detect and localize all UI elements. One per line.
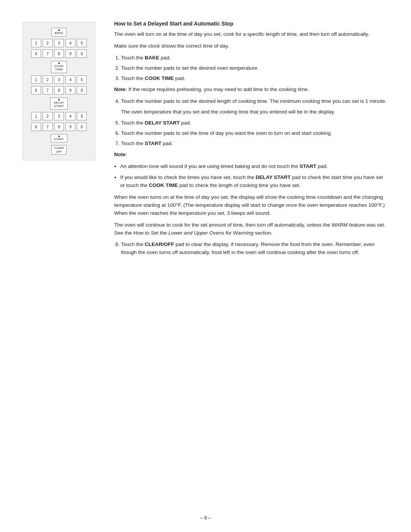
keypad-diagram-container: Bake 1 2 3 4 5 6 7 8 9 0 CookTime [23,18,99,260]
key-9b: 9 [65,86,75,94]
key-8c: 8 [54,123,64,131]
key-3a: 3 [54,39,64,47]
key-5c: 5 [77,112,87,120]
keypad-row-1: 1 2 3 4 5 [31,39,87,47]
step-4: Touch the number pads to set the desired… [121,97,388,105]
para-continue: The oven will continue to cook for the s… [114,221,388,237]
key-7c: 7 [43,123,53,131]
key-1b: 1 [31,75,41,84]
keypad-row-3: 1 2 3 4 5 [31,75,87,84]
intro-para-1: The oven will turn on at the time of day… [114,30,388,38]
page-number: – 9 – [200,515,211,521]
delay-start-key: DelayStart [50,97,67,110]
intro-para-2: Make sure the clock shows the correct ti… [114,42,388,50]
keypad-row-6: 6 7 8 9 0 [31,123,87,131]
key-1c: 1 [31,112,41,120]
step-3: Touch the COOK TIME pad. [121,75,388,83]
bullet2-bold2: COOK TIME [149,182,178,188]
key-8b: 8 [54,86,64,94]
instructions-content: How to Set a Delayed Start and Automatic… [114,18,388,260]
bullet1-bold: START [299,163,316,169]
steps-list: Touch the BAKE pad. Touch the number pad… [121,54,388,83]
note2-label: Note [114,152,126,157]
step7-bold: START [145,141,161,146]
key-6b: 6 [31,86,41,94]
key-9a: 9 [65,50,75,58]
key-7a: 7 [43,50,53,58]
key-9c: 9 [65,123,75,131]
step5-bold: DELAY START [145,120,180,126]
key-0c: 0 [77,123,87,131]
clear-off-key: ClearOff [51,145,67,155]
key-6a: 6 [31,50,41,58]
note1-label: Note [114,86,126,92]
step-8: Touch the CLEAR/OFF pad to clear the dis… [121,241,388,257]
para-countdown: When the oven turns on at the time of da… [114,193,388,217]
key-2c: 2 [43,112,53,120]
key-8a: 8 [54,50,64,58]
key-5b: 5 [77,75,87,84]
key-4c: 4 [65,112,75,120]
note-1: Note: If the recipe requires preheating,… [114,86,388,94]
steps-list-3: Touch the DELAY START pad. Touch the num… [121,119,388,148]
key-2b: 2 [43,75,53,84]
key-5a: 5 [77,39,87,47]
key-0b: 0 [77,86,87,94]
key-3b: 3 [54,75,64,84]
step1-bold: BAKE [145,55,159,61]
step3-bold: COOK TIME [145,75,174,81]
para-continue-italic: How to Set the Lower and Upper Ovens for… [133,230,253,236]
step-1: Touch the BAKE pad. [121,54,388,62]
bake-key: Bake [51,28,67,37]
note-2-label: Note: [114,151,388,159]
key-4b: 4 [65,75,75,84]
key-6c: 6 [31,123,41,131]
key-4a: 4 [65,39,75,47]
keypad-row-2: 6 7 8 9 0 [31,50,87,58]
keypad-row-4: 6 7 8 9 0 [31,86,87,94]
note1-text: : If the recipe requires preheating, you… [126,86,309,92]
note2-colon: : [126,152,127,157]
keypad-diagram: Bake 1 2 3 4 5 6 7 8 9 0 CookTime [23,22,95,160]
bullet-1: An attention tone will sound if you are … [120,163,388,171]
start-key: Start [51,134,68,142]
step4-indent: The oven temperature that you set and th… [121,108,388,116]
step-6: Touch the number pads to set the time of… [121,129,388,137]
key-3c: 3 [54,112,64,120]
step-5: Touch the DELAY START pad. [121,119,388,127]
bullet-2: If you would like to check the times you… [120,174,388,190]
steps-list-4: Touch the CLEAR/OFF pad to clear the dis… [121,241,388,257]
cook-time-key: CookTime [51,61,67,73]
step-2: Touch the number pads to set the desired… [121,64,388,72]
keypad-row-5: 1 2 3 4 5 [31,112,87,120]
key-1a: 1 [31,39,41,47]
section-title: How to Set a Delayed Start and Automatic… [114,21,388,27]
step-7: Touch the START pad. [121,140,388,148]
key-2a: 2 [43,39,53,47]
key-7b: 7 [43,86,53,94]
step8-bold: CLEAR/OFF [145,241,174,247]
key-0a: 0 [77,50,87,58]
steps-list-2: Touch the number pads to set the desired… [121,97,388,105]
bullet-list: An attention tone will sound if you are … [120,163,388,190]
bullet2-bold1: DELAY START [256,174,291,180]
